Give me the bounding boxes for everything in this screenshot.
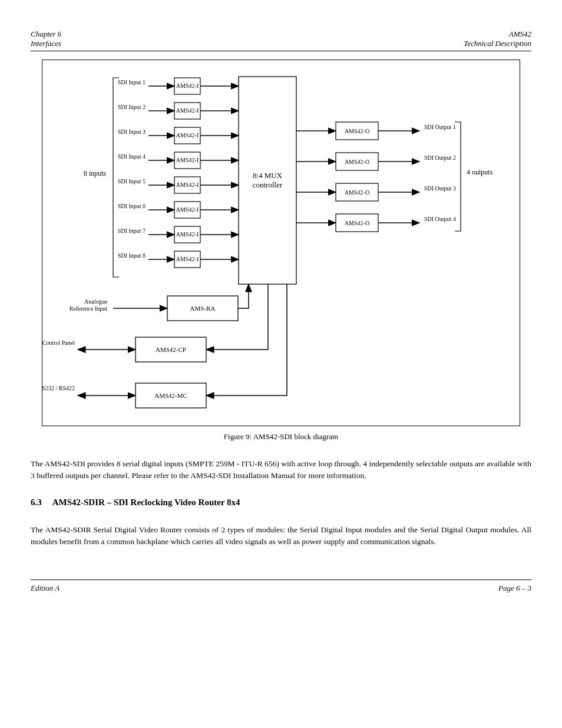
output-port-label: SDI Output 1	[424, 124, 456, 130]
input-port-label: SDI Input 6	[118, 203, 146, 209]
figure-caption: Figure 9: AMS42-SDI block diagram	[31, 432, 531, 442]
output-module-label: AMS42-O	[345, 220, 369, 226]
input-module-label: AMS42-I	[176, 157, 199, 163]
input-port-label: SDI Input 8	[118, 252, 146, 259]
output-port-label: SDI Output 4	[424, 216, 456, 222]
paragraph-2: The AMS42-SDIR Serial Digital Video Rout…	[31, 524, 531, 548]
panel-module-label: AMS42-CP	[156, 346, 186, 353]
reference-port-l2: Reference Input	[70, 305, 107, 312]
outputs-group: AMS42-OSDI Output 1AMS42-OSDI Output 2AM…	[296, 122, 456, 232]
section-title: AMS42-SDIR – SDI Reclocking Video Router…	[52, 498, 240, 507]
input-module-label: AMS42-I	[176, 182, 199, 188]
outputs-label: 4 outputs	[467, 168, 493, 176]
input-module-label: AMS42-I	[176, 132, 199, 139]
input-module-label: AMS42-I	[176, 256, 199, 262]
input-module-label: AMS42-I	[176, 231, 199, 238]
inputs-label: 8 inputs	[84, 169, 107, 177]
reference-port-l1: Analogue	[84, 298, 107, 305]
mux-to-comm	[206, 284, 287, 396]
comm-module-label: AMS42-MC	[154, 392, 187, 399]
output-module-label: AMS42-O	[345, 159, 369, 165]
footer-divider	[31, 579, 531, 580]
input-port-label: SDI Input 7	[118, 228, 146, 234]
outputs-bracket	[455, 122, 461, 231]
input-module-label: AMS42-I	[176, 83, 199, 89]
output-port-label: SDI Output 2	[424, 154, 456, 161]
footer-edition: Edition A	[31, 584, 59, 593]
header-divider	[31, 51, 531, 51]
output-port-label: SDI Output 3	[424, 185, 456, 192]
mux-label-line2: controller	[253, 180, 283, 189]
output-module-label: AMS42-O	[345, 189, 369, 196]
input-port-label: SDI Input 4	[118, 153, 146, 160]
input-port-label: SDI Input 2	[118, 104, 146, 110]
input-module-label: AMS42-I	[176, 206, 199, 213]
reference-module-label: AMS-RA	[190, 305, 216, 312]
mux-label-line1: 8:4 MUX	[253, 171, 283, 180]
header-doc: Technical Description	[464, 39, 531, 48]
input-port-label: SDI Input 5	[118, 178, 146, 185]
header-chapter: Chapter 6	[31, 29, 61, 38]
comm-port-label: RS232 / RS422	[42, 385, 75, 391]
input-port-label: SDI Input 1	[118, 79, 146, 85]
inputs-group: SDI Input 1AMS42-ISDI Input 2AMS42-ISDI …	[118, 78, 239, 268]
panel-port-label: Control Panel	[42, 340, 75, 346]
section-number: 6.3	[31, 498, 42, 507]
reference-to-mux	[238, 284, 249, 308]
diagram-frame: 8:4 MUX controller 8 inputs 4 outputs SD…	[42, 60, 520, 426]
footer-page: Page 6 – 3	[498, 584, 531, 593]
block-diagram-svg: 8:4 MUX controller 8 inputs 4 outputs SD…	[42, 60, 520, 426]
paragraph-1: The AMS42-SDI provides 8 serial digital …	[31, 458, 531, 482]
input-port-label: SDI Input 3	[118, 129, 146, 135]
output-module-label: AMS42-O	[345, 128, 369, 134]
mux-to-panel	[206, 284, 268, 350]
header-title: Interfaces	[31, 39, 61, 48]
header-model: AMS42	[509, 29, 531, 38]
input-module-label: AMS42-I	[176, 107, 199, 114]
